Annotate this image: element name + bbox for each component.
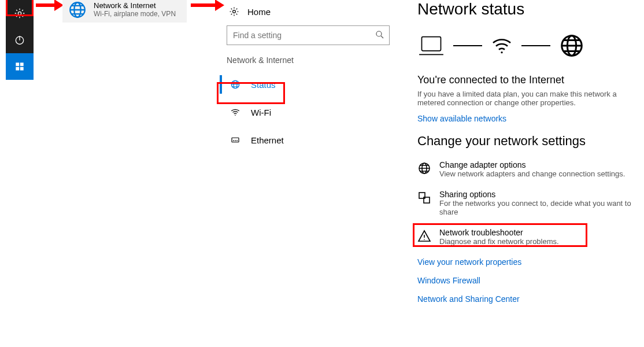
wifi-icon	[230, 107, 240, 117]
option-sub: Diagnose and fix network problems.	[439, 237, 559, 246]
warning-icon	[417, 229, 431, 243]
laptop-icon	[417, 33, 445, 58]
gear-icon	[14, 8, 25, 19]
nav-label: Ethernet	[251, 135, 284, 145]
option-title: Change adapter options	[439, 160, 625, 169]
settings-sidebar: Home Network & Internet Status Wi-Fi Eth…	[220, 0, 399, 154]
tile-title: Network & Internet	[94, 1, 176, 10]
nav-list: Status Wi-Fi Ethernet	[220, 71, 399, 154]
globe-icon	[67, 0, 88, 20]
arrow-1	[36, 3, 55, 7]
globe-icon	[230, 79, 240, 90]
nav-label: Status	[251, 80, 276, 90]
arrow-2	[191, 3, 216, 7]
option-adapter[interactable]: Change adapter options View network adap…	[417, 160, 644, 178]
nav-item-ethernet[interactable]: Ethernet	[220, 126, 399, 154]
main-content: Network status You're connected to the I…	[417, 0, 644, 313]
nav-item-status[interactable]: Status	[220, 71, 399, 98]
dash-icon	[453, 45, 482, 46]
home-label: Home	[247, 7, 271, 17]
taskbar	[6, 0, 34, 80]
option-troubleshooter[interactable]: Network troubleshooter Diagnose and fix …	[417, 228, 644, 246]
ethernet-icon	[230, 135, 240, 145]
category-header: Network & Internet	[220, 56, 399, 65]
option-title: Sharing options	[439, 190, 644, 199]
connected-body: If you have a limited data plan, you can…	[417, 90, 637, 107]
show-networks-link[interactable]: Show available networks	[417, 114, 644, 123]
option-sharing[interactable]: Sharing options For the networks you con…	[417, 190, 644, 216]
tile-subtitle: Wi-Fi, airplane mode, VPN	[94, 10, 176, 18]
share-icon	[417, 191, 431, 205]
option-sub: View network adapters and change connect…	[439, 169, 625, 178]
link-properties[interactable]: View your network properties	[417, 257, 644, 267]
settings-tile-network[interactable]: Network & Internet Wi-Fi, airplane mode,…	[62, 0, 187, 23]
taskbar-start-button[interactable]	[6, 53, 34, 80]
page-title: Network status	[417, 0, 644, 19]
search-input[interactable]	[227, 25, 390, 45]
change-heading: Change your network settings	[417, 134, 644, 149]
taskbar-power-button[interactable]	[6, 27, 34, 53]
nav-item-wifi[interactable]: Wi-Fi	[220, 98, 399, 126]
search-icon	[375, 29, 385, 40]
links-column: View your network properties Windows Fir…	[417, 257, 644, 304]
dash-icon	[521, 45, 550, 46]
taskbar-settings-button[interactable]	[6, 0, 34, 27]
globe-icon	[417, 161, 431, 175]
link-sharing-center[interactable]: Network and Sharing Center	[417, 294, 644, 304]
option-sub: For the networks you connect to, decide …	[439, 199, 644, 216]
link-firewall[interactable]: Windows Firewall	[417, 276, 644, 285]
power-icon	[14, 34, 25, 46]
connection-diagram	[417, 32, 644, 59]
connected-title: You're connected to the Internet	[417, 74, 644, 86]
gear-icon	[229, 6, 239, 17]
wifi-icon	[490, 34, 513, 57]
nav-label: Wi-Fi	[251, 108, 271, 117]
globe-icon	[558, 32, 585, 59]
option-title: Network troubleshooter	[439, 228, 559, 237]
windows-icon	[14, 61, 25, 72]
home-button[interactable]: Home	[220, 0, 399, 23]
